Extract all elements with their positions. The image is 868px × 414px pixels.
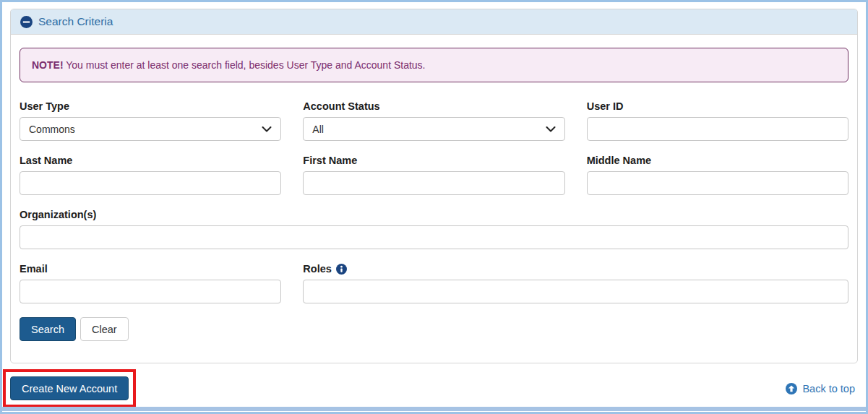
middle-name-input[interactable] [587,171,848,195]
search-form: User Type Commons Account Status All [20,100,848,303]
user-type-value: Commons [29,124,75,135]
account-status-select[interactable]: All [303,117,564,141]
search-criteria-panel: Search Criteria NOTE! You must enter at … [10,9,858,363]
last-name-label: Last Name [20,155,281,166]
action-buttons: Search Clear [20,317,848,341]
last-name-input[interactable] [20,171,281,195]
roles-input[interactable] [303,280,848,303]
user-type-select[interactable]: Commons [20,117,281,141]
back-to-top-label: Back to top [802,383,855,394]
note-prefix: NOTE! [32,59,64,71]
organizations-field: Organization(s) [20,209,848,249]
organizations-input[interactable] [20,225,848,249]
account-status-label: Account Status [303,100,564,112]
first-name-label: First Name [303,155,564,166]
user-type-field: User Type Commons [20,100,281,141]
account-status-field: Account Status All [303,100,564,141]
panel-title: Search Criteria [38,15,113,28]
clear-button[interactable]: Clear [80,317,129,341]
footer: Create New Account Back to top [2,369,866,407]
middle-name-label: Middle Name [587,155,848,166]
note-banner: NOTE! You must enter at least one search… [20,48,848,82]
organizations-label: Organization(s) [20,209,848,220]
middle-name-field: Middle Name [587,155,848,195]
roles-label: Roles [303,263,332,275]
bottom-divider [2,407,866,411]
roles-field: Roles [303,263,848,303]
chevron-down-icon [262,124,272,134]
page: Search Criteria NOTE! You must enter at … [0,0,868,414]
user-id-input[interactable] [587,117,848,141]
user-id-label: User ID [587,100,848,112]
user-id-field: User ID [587,100,848,141]
note-text: You must enter at least one search field… [66,59,425,71]
chevron-down-icon [546,124,556,134]
back-to-top-link[interactable]: Back to top [786,383,855,394]
user-type-label: User Type [20,100,281,112]
first-name-field: First Name [303,155,564,195]
email-label: Email [20,263,281,275]
panel-body: NOTE! You must enter at least one search… [11,35,857,363]
arrow-circle-up-icon [786,383,797,394]
create-account-highlight: Create New Account [3,369,136,407]
create-new-account-button[interactable]: Create New Account [10,376,129,400]
info-circle-icon[interactable] [336,264,347,275]
search-button[interactable]: Search [20,317,76,341]
minus-circle-icon[interactable] [20,16,33,28]
panel-header[interactable]: Search Criteria [11,9,857,35]
account-status-value: All [312,124,324,135]
email-field: Email [20,263,281,303]
first-name-input[interactable] [303,171,564,195]
email-input[interactable] [20,280,281,303]
last-name-field: Last Name [20,155,281,195]
